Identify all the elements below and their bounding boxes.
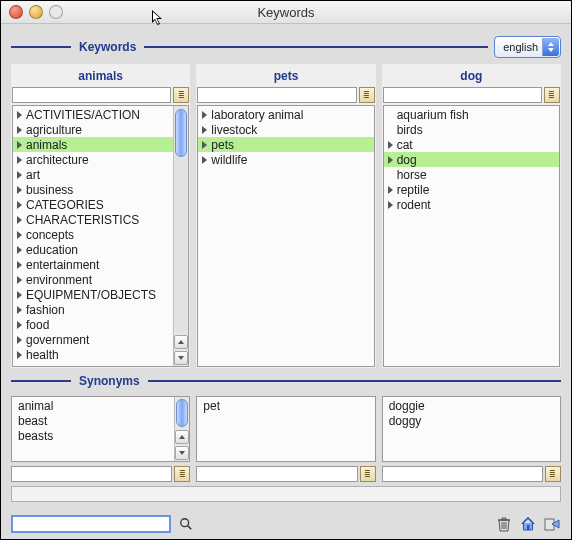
- list-item[interactable]: beasts: [12, 428, 174, 443]
- list-item[interactable]: aquarium fish: [384, 107, 559, 122]
- list-item[interactable]: reptile: [384, 182, 559, 197]
- apply-icon[interactable]: [543, 515, 561, 533]
- list-item[interactable]: beast: [12, 413, 174, 428]
- list-item[interactable]: wildlife: [198, 152, 373, 167]
- scroll-up-icon[interactable]: [175, 430, 189, 444]
- disclosure-triangle-icon[interactable]: [17, 141, 22, 149]
- vertical-scrollbar[interactable]: [174, 397, 189, 461]
- list-item[interactable]: pet: [197, 398, 374, 413]
- search-icon[interactable]: [177, 515, 195, 533]
- synonym-search-input[interactable]: [196, 466, 357, 482]
- window-zoom-button[interactable]: [49, 5, 63, 19]
- list-item[interactable]: pets: [198, 137, 373, 152]
- trash-icon[interactable]: [495, 515, 513, 533]
- disclosure-triangle-icon[interactable]: [17, 111, 22, 119]
- synonyms-list[interactable]: doggiedoggy: [382, 396, 561, 462]
- scroll-down-icon[interactable]: [175, 446, 189, 460]
- list-item[interactable]: dog: [384, 152, 559, 167]
- list-item[interactable]: doggy: [383, 413, 560, 428]
- list-item[interactable]: fashion: [13, 302, 173, 317]
- vertical-scrollbar[interactable]: [173, 106, 188, 366]
- synonyms-list[interactable]: pet: [196, 396, 375, 462]
- disclosure-triangle-icon[interactable]: [17, 321, 22, 329]
- disclosure-triangle-icon[interactable]: [17, 261, 22, 269]
- disclosure-triangle-icon[interactable]: [202, 141, 207, 149]
- list-item[interactable]: entertainment: [13, 257, 173, 272]
- list-item[interactable]: architecture: [13, 152, 173, 167]
- disclosure-triangle-icon[interactable]: [388, 156, 393, 164]
- disclosure-triangle-icon[interactable]: [17, 126, 22, 134]
- disclosure-triangle-icon[interactable]: [17, 306, 22, 314]
- disclosure-triangle-icon[interactable]: [17, 291, 22, 299]
- keyword-list-icon[interactable]: ≣: [174, 466, 190, 482]
- home-icon[interactable]: [519, 515, 537, 533]
- list-item[interactable]: food: [13, 317, 173, 332]
- scrollbar-thumb[interactable]: [176, 399, 188, 427]
- list-item[interactable]: doggie: [383, 398, 560, 413]
- list-item[interactable]: concepts: [13, 227, 173, 242]
- keyword-list-icon[interactable]: ≣: [545, 466, 561, 482]
- list-item[interactable]: education: [13, 242, 173, 257]
- keyword-list[interactable]: aquarium fishbirdscatdoghorsereptilerode…: [383, 105, 560, 367]
- disclosure-triangle-icon[interactable]: [17, 171, 22, 179]
- list-item-label: animals: [26, 138, 67, 152]
- disclosure-triangle-icon[interactable]: [17, 351, 22, 359]
- keyword-list-icon[interactable]: ≣: [359, 87, 375, 103]
- scrollbar-thumb[interactable]: [175, 109, 187, 157]
- window-minimize-button[interactable]: [29, 5, 43, 19]
- disclosure-triangle-icon[interactable]: [17, 156, 22, 164]
- disclosure-triangle-icon[interactable]: [388, 201, 393, 209]
- keyword-list-icon[interactable]: ≣: [360, 466, 376, 482]
- disclosure-triangle-icon[interactable]: [202, 111, 207, 119]
- disclosure-triangle-icon[interactable]: [17, 231, 22, 239]
- column-search-input[interactable]: [12, 87, 171, 103]
- window-close-button[interactable]: [9, 5, 23, 19]
- disclosure-triangle-icon[interactable]: [202, 156, 207, 164]
- list-item[interactable]: cat: [384, 137, 559, 152]
- list-item-label: EQUIPMENT/OBJECTS: [26, 288, 156, 302]
- list-item[interactable]: rodent: [384, 197, 559, 212]
- scroll-down-icon[interactable]: [174, 351, 188, 365]
- disclosure-triangle-icon[interactable]: [17, 186, 22, 194]
- synonym-search-input[interactable]: [11, 466, 172, 482]
- list-item-label: government: [26, 333, 89, 347]
- list-item[interactable]: art: [13, 167, 173, 182]
- list-item[interactable]: ACTIVITIES/ACTION: [13, 107, 173, 122]
- disclosure-triangle-icon[interactable]: [17, 201, 22, 209]
- window-titlebar: Keywords: [1, 1, 571, 24]
- disclosure-triangle-icon[interactable]: [388, 186, 393, 194]
- list-item[interactable]: birds: [384, 122, 559, 137]
- list-item[interactable]: horse: [384, 167, 559, 182]
- list-item[interactable]: agriculture: [13, 122, 173, 137]
- list-item[interactable]: government: [13, 332, 173, 347]
- list-item[interactable]: animal: [12, 398, 174, 413]
- scroll-up-icon[interactable]: [174, 335, 188, 349]
- list-item[interactable]: business: [13, 182, 173, 197]
- list-item[interactable]: environment: [13, 272, 173, 287]
- global-search-input[interactable]: [11, 515, 171, 533]
- keyword-list-icon[interactable]: ≣: [173, 87, 189, 103]
- keyword-list[interactable]: laboratory animallivestockpetswildlife: [197, 105, 374, 367]
- disclosure-triangle-icon[interactable]: [388, 141, 393, 149]
- disclosure-triangle-icon[interactable]: [17, 246, 22, 254]
- list-item[interactable]: animals: [13, 137, 173, 152]
- column-search-input[interactable]: [197, 87, 356, 103]
- column-search-input[interactable]: [383, 87, 542, 103]
- keyword-list[interactable]: ACTIVITIES/ACTIONagricultureanimalsarchi…: [12, 105, 189, 367]
- synonyms-list[interactable]: animalbeastbeasts: [11, 396, 190, 462]
- disclosure-triangle-icon[interactable]: [202, 126, 207, 134]
- synonym-search-input[interactable]: [382, 466, 543, 482]
- list-item-label: health: [26, 348, 59, 362]
- language-select[interactable]: english: [494, 36, 561, 58]
- list-item[interactable]: CATEGORIES: [13, 197, 173, 212]
- list-item[interactable]: CHARACTERISTICS: [13, 212, 173, 227]
- list-item-label: architecture: [26, 153, 89, 167]
- list-item[interactable]: health: [13, 347, 173, 362]
- disclosure-triangle-icon[interactable]: [17, 216, 22, 224]
- list-item[interactable]: livestock: [198, 122, 373, 137]
- disclosure-triangle-icon[interactable]: [17, 276, 22, 284]
- list-item[interactable]: EQUIPMENT/OBJECTS: [13, 287, 173, 302]
- list-item[interactable]: laboratory animal: [198, 107, 373, 122]
- keyword-list-icon[interactable]: ≣: [544, 87, 560, 103]
- disclosure-triangle-icon[interactable]: [17, 336, 22, 344]
